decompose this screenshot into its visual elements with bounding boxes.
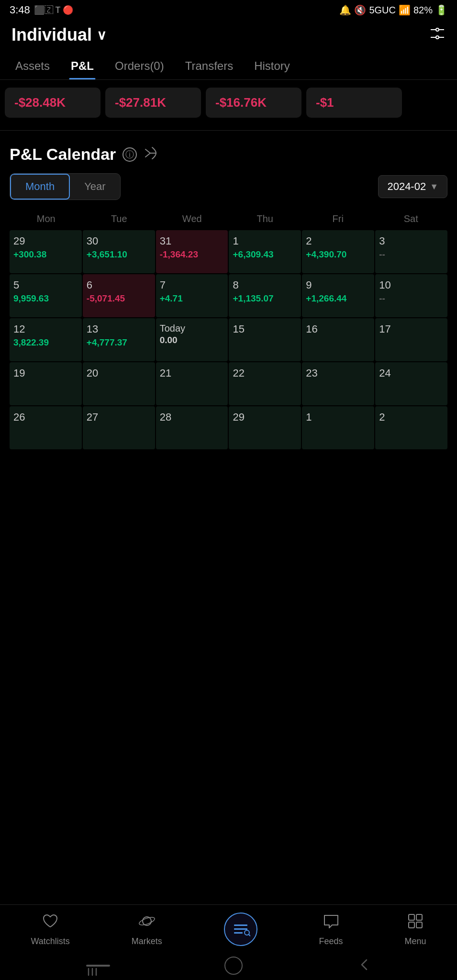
filter-button[interactable] [429, 25, 446, 45]
svg-rect-8 [234, 924, 247, 926]
day-9-feb[interactable]: 9 +1,266.44 [302, 274, 374, 317]
week-4: 19 20 21 22 23 24 [10, 362, 447, 405]
day-1-mar[interactable]: 1 [302, 406, 374, 449]
day-header-fri: Fri [301, 210, 375, 228]
nav-feeds[interactable]: Feeds [319, 913, 343, 947]
day-header-wed: Wed [156, 210, 229, 228]
day-21-feb[interactable]: 21 [156, 362, 228, 405]
home-indicator [0, 951, 457, 980]
back-button[interactable] [357, 958, 371, 974]
day-30-jan[interactable]: 30 +3,651.10 [83, 230, 155, 273]
day-12-feb[interactable]: 12 3,822.39 [10, 318, 82, 361]
nav-feeds-label: Feeds [319, 936, 343, 947]
selected-date: 2024-02 [387, 180, 426, 193]
tab-transfers[interactable]: Transfers [175, 53, 244, 79]
day-31-jan[interactable]: 31 -1,364.23 [156, 230, 228, 273]
nav-menu-label: Menu [404, 936, 426, 947]
bottom-nav: Watchlists Markets Feeds [0, 904, 457, 951]
grid-icon [407, 913, 424, 934]
tab-orders[interactable]: Orders(0) [104, 53, 175, 79]
svg-rect-13 [409, 914, 414, 920]
day-3-feb[interactable]: 3 -- [375, 230, 447, 273]
date-selector[interactable]: 2024-02 ▼ [378, 175, 447, 198]
day-22-feb[interactable]: 22 [229, 362, 301, 405]
nav-center-fab[interactable] [224, 913, 257, 947]
summary-value-0: -$28.48K [14, 95, 91, 110]
nav-tabs: Assets P&L Orders(0) Transfers History [0, 53, 457, 80]
day-23-feb[interactable]: 23 [302, 362, 374, 405]
day-header-mon: Mon [10, 210, 83, 228]
day-20-feb[interactable]: 20 [83, 362, 155, 405]
heart-icon [42, 913, 59, 934]
svg-rect-9 [234, 928, 247, 930]
day-header-thu: Thu [229, 210, 302, 228]
date-dropdown-arrow-icon: ▼ [430, 182, 438, 192]
day-8-feb[interactable]: 8 +1,135.07 [229, 274, 301, 317]
share-icon[interactable] [144, 146, 157, 163]
nav-menu[interactable]: Menu [404, 913, 426, 947]
chat-icon [323, 913, 340, 934]
svg-rect-16 [416, 922, 422, 928]
home-circle-button[interactable] [224, 957, 243, 975]
account-chevron-icon: ∨ [97, 27, 107, 43]
day-16-feb[interactable]: 16 [302, 318, 374, 361]
calendar-grid: Mon Tue Wed Thu Fri Sat 29 +300.38 30 +3… [10, 210, 447, 449]
day-29-feb[interactable]: 29 [229, 406, 301, 449]
svg-rect-14 [416, 914, 422, 920]
tab-assets[interactable]: Assets [5, 53, 60, 79]
day-5-feb[interactable]: 5 9,959.63 [10, 274, 82, 317]
account-name: Individual [11, 25, 92, 45]
home-back-button[interactable] [86, 965, 110, 967]
svg-point-0 [436, 28, 439, 31]
calendar-section: P&L Calendar ⓘ Month Year 2024-02 ▼ Mon … [0, 135, 457, 454]
separator [0, 130, 457, 131]
day-headers: Mon Tue Wed Thu Fri Sat [10, 210, 447, 228]
nav-markets[interactable]: Markets [132, 913, 162, 947]
nav-watchlists[interactable]: Watchlists [31, 913, 69, 947]
period-year-button[interactable]: Year [70, 174, 120, 200]
day-6-feb[interactable]: 6 -5,071.45 [83, 274, 155, 317]
day-2-mar[interactable]: 2 [375, 406, 447, 449]
svg-rect-10 [234, 932, 243, 934]
day-26-feb[interactable]: 26 [10, 406, 82, 449]
day-today[interactable]: Today 0.00 [156, 318, 228, 361]
day-15-feb[interactable]: 15 [229, 318, 301, 361]
status-right: 🔔 🔇 5GUC 📶 82% 🔋 [339, 4, 447, 16]
period-month-button[interactable]: Month [10, 174, 70, 200]
day-27-feb[interactable]: 27 [83, 406, 155, 449]
week-1: 29 +300.38 30 +3,651.10 31 -1,364.23 1 +… [10, 230, 447, 273]
tab-history[interactable]: History [244, 53, 301, 79]
status-time: 3:48 ⬛🇿 T 🔴 [10, 4, 73, 16]
saturn-icon [138, 913, 156, 934]
nav-markets-label: Markets [132, 936, 162, 947]
fab-icon[interactable] [224, 913, 257, 946]
status-bar: 3:48 ⬛🇿 T 🔴 🔔 🔇 5GUC 📶 82% 🔋 [0, 0, 457, 20]
day-10-feb[interactable]: 10 -- [375, 274, 447, 317]
day-24-feb[interactable]: 24 [375, 362, 447, 405]
summary-value-3: -$1 [316, 95, 392, 110]
day-header-sat: Sat [375, 210, 448, 228]
summary-cards: -$28.48K -$27.81K -$16.76K -$1 [0, 80, 457, 125]
day-19-feb[interactable]: 19 [10, 362, 82, 405]
svg-rect-15 [409, 922, 414, 928]
day-29-jan[interactable]: 29 +300.38 [10, 230, 82, 273]
day-2-feb[interactable]: 2 +4,390.70 [302, 230, 374, 273]
summary-value-2: -$16.76K [215, 95, 292, 110]
day-28-feb[interactable]: 28 [156, 406, 228, 449]
account-selector[interactable]: Individual ∨ [11, 25, 107, 45]
summary-value-1: -$27.81K [115, 95, 191, 110]
week-2: 5 9,959.63 6 -5,071.45 7 +4.71 8 +1,135.… [10, 274, 447, 317]
week-3: 12 3,822.39 13 +4,777.37 Today 0.00 15 1… [10, 318, 447, 361]
calendar-title-row: P&L Calendar ⓘ [10, 145, 447, 164]
day-17-feb[interactable]: 17 [375, 318, 447, 361]
summary-card-2: -$16.76K [206, 88, 301, 118]
day-1-feb[interactable]: 1 +6,309.43 [229, 230, 301, 273]
header: Individual ∨ [0, 20, 457, 53]
nav-watchlists-label: Watchlists [31, 936, 69, 947]
svg-line-12 [249, 935, 250, 936]
day-13-feb[interactable]: 13 +4,777.37 [83, 318, 155, 361]
info-icon[interactable]: ⓘ [123, 147, 137, 162]
day-7-feb[interactable]: 7 +4.71 [156, 274, 228, 317]
tab-pnl[interactable]: P&L [60, 53, 104, 79]
calendar-weeks: 29 +300.38 30 +3,651.10 31 -1,364.23 1 +… [10, 230, 447, 449]
